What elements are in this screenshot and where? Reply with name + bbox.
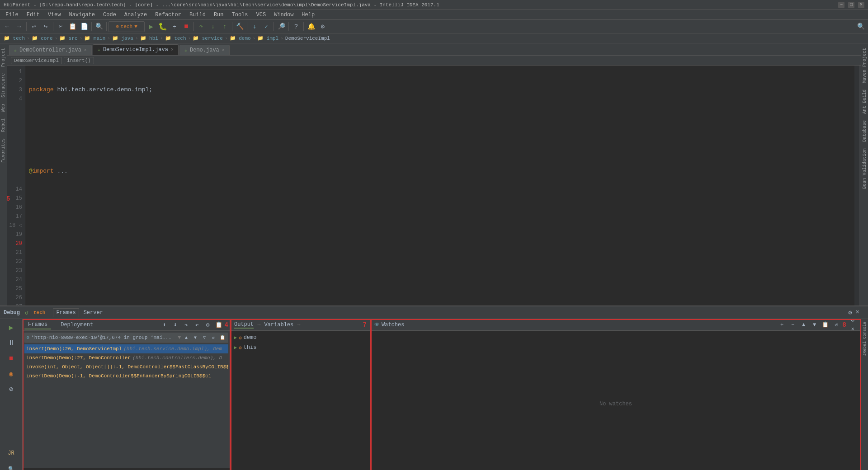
- favorites-panel-label[interactable]: Favorites: [0, 136, 7, 165]
- bc-main[interactable]: 📁 main: [84, 35, 105, 41]
- bc-hbi[interactable]: 📁 hbi: [140, 35, 158, 41]
- maximize-button[interactable]: □: [848, 2, 854, 8]
- var-item-this[interactable]: ▶ ⚙ this: [232, 343, 368, 352]
- step-over-button[interactable]: ↷: [196, 21, 207, 32]
- menu-refactor[interactable]: Refactor: [151, 11, 185, 19]
- menu-window[interactable]: Window: [270, 11, 297, 19]
- menu-run[interactable]: Run: [210, 11, 227, 19]
- watch-refresh-button[interactable]: ↺: [832, 320, 841, 329]
- menu-navigate[interactable]: Navigate: [65, 11, 99, 19]
- menu-analyze[interactable]: Analyze: [121, 11, 151, 19]
- debug-button[interactable]: 🐛: [157, 21, 168, 32]
- menu-vcs[interactable]: VCS: [253, 11, 270, 19]
- redo-button[interactable]: ↪: [40, 21, 51, 32]
- bc-core[interactable]: 📁 core: [32, 35, 53, 41]
- bc-service[interactable]: 📁 service: [193, 35, 223, 41]
- run-dropdown[interactable]: ⚙ tech ▼: [108, 21, 145, 32]
- frame-item-2[interactable]: invoke(int, Object, Object[]):-1, DemoCo…: [24, 362, 228, 371]
- editor-bc-class[interactable]: DemoServiceImpl: [11, 57, 62, 64]
- cut-button[interactable]: ✂: [55, 21, 66, 32]
- thread-expand[interactable]: ▼: [178, 335, 181, 340]
- menu-code[interactable]: Code: [99, 11, 120, 19]
- pause-button[interactable]: ⏸: [5, 336, 18, 350]
- deployment-tab[interactable]: Deployment: [57, 321, 97, 329]
- bc-src[interactable]: 📁 src: [59, 35, 77, 41]
- watch-copy-button[interactable]: 📋: [821, 320, 830, 329]
- run-button[interactable]: ▶: [146, 21, 156, 32]
- close-button[interactable]: ×: [858, 2, 864, 8]
- bc-file[interactable]: DemoServiceImpl: [285, 36, 330, 41]
- debug-server-tab[interactable]: Server: [81, 309, 106, 317]
- ant-build-label[interactable]: Ant Build: [861, 87, 868, 117]
- debug-restart-button[interactable]: ↺: [22, 308, 32, 318]
- notifications-button[interactable]: 🔔: [306, 21, 316, 32]
- thread-selector[interactable]: ⚙ *http-nio-8080-exec-10*@17,674 in grou…: [24, 333, 228, 343]
- thread-down[interactable]: ▼: [192, 334, 199, 341]
- watch-down-button[interactable]: ▼: [810, 320, 819, 329]
- code-editor[interactable]: 1 2 3 4 14 15 16 17 18 ◁ 19 20: [7, 66, 861, 306]
- web-panel-label[interactable]: Web: [0, 101, 7, 115]
- forward-button[interactable]: →: [14, 21, 24, 32]
- frame-item-3[interactable]: insertDemo(Demo):-1, DemoController$$Enh…: [24, 371, 228, 381]
- minimize-button[interactable]: −: [838, 2, 844, 8]
- tab-democontroller-close[interactable]: ×: [84, 48, 87, 53]
- paste-button[interactable]: 📄: [79, 21, 90, 32]
- debug-extra-1[interactable]: 🔍: [5, 462, 18, 470]
- tab-demoserviceimpl[interactable]: ☕ DemoServiceImpl.java ×: [93, 44, 179, 55]
- view-breakpoints-button[interactable]: ◉: [5, 367, 18, 381]
- menu-help[interactable]: Help: [298, 11, 318, 19]
- variables-tab[interactable]: Variables: [264, 322, 293, 328]
- find-usages-button[interactable]: 🔎: [276, 21, 287, 32]
- structure-panel-label[interactable]: Structure: [0, 70, 7, 100]
- database-label[interactable]: Database: [861, 118, 868, 145]
- frames-btn-4[interactable]: ↶: [192, 320, 202, 330]
- resume-button[interactable]: ▶: [5, 321, 18, 334]
- thread-filter[interactable]: ▽: [201, 334, 208, 341]
- vcs-commit-button[interactable]: ✓: [261, 21, 272, 32]
- jrebel-button[interactable]: JR: [5, 446, 18, 460]
- thread-restore[interactable]: ↺: [210, 334, 217, 341]
- menu-edit[interactable]: Edit: [23, 11, 43, 19]
- bean-validation-label[interactable]: Bean Validation: [861, 146, 868, 192]
- frames-btn-2[interactable]: ⬇: [170, 320, 180, 330]
- var-item-demo[interactable]: ▶ ⚙ demo: [232, 333, 368, 343]
- mute-breakpoints-button[interactable]: ⊘: [5, 382, 18, 396]
- watches-settings-button[interactable]: ⚙: [848, 319, 857, 325]
- frames-btn-5[interactable]: ⚙: [203, 320, 213, 330]
- menu-view[interactable]: View: [44, 11, 65, 19]
- help-button[interactable]: ?: [291, 21, 302, 32]
- code-content[interactable]: package hbi.tech.service.demo.impl; @imp…: [25, 66, 854, 306]
- undo-button[interactable]: ↩: [28, 21, 39, 32]
- tab-democontroller[interactable]: ☕ DemoController.java ×: [9, 45, 92, 55]
- bc-impl[interactable]: 📁 impl: [257, 35, 278, 41]
- watch-up-button[interactable]: ▲: [799, 320, 808, 329]
- vcs-update-button[interactable]: ⇣: [249, 21, 260, 32]
- debug-frames-tab[interactable]: Frames: [53, 308, 79, 317]
- back-button[interactable]: ←: [2, 21, 13, 32]
- jrebel-console-label[interactable]: JRebel Console: [862, 319, 868, 359]
- maven-project-label[interactable]: Maven Project: [861, 45, 868, 86]
- output-tab[interactable]: Output: [234, 321, 254, 329]
- editor-minimap[interactable]: [854, 66, 861, 306]
- var-expand-demo[interactable]: ▶: [234, 335, 237, 340]
- debug-close-button[interactable]: ×: [854, 308, 861, 317]
- settings-button[interactable]: ⚙: [317, 21, 328, 32]
- stop-button[interactable]: ■: [181, 21, 192, 32]
- bc-tech[interactable]: 📁 tech: [4, 35, 25, 41]
- rebel-panel-label[interactable]: Rebel: [0, 116, 7, 135]
- frame-item-1[interactable]: insertDemo(Demo):27, DemoController (hbi…: [24, 353, 228, 362]
- frames-btn-1[interactable]: ⬆: [160, 320, 170, 330]
- frame-item-0[interactable]: insert(Demo):20, DemoServiceImpl (hbi.te…: [24, 344, 228, 353]
- var-expand-this[interactable]: ▶: [234, 345, 237, 350]
- tab-demoserviceimpl-close[interactable]: ×: [171, 47, 174, 52]
- step-out-button[interactable]: ↑: [219, 21, 230, 32]
- thread-up[interactable]: ▲: [183, 334, 190, 341]
- bc-java[interactable]: 📁 java: [112, 35, 133, 41]
- debug-settings-button[interactable]: ⚙: [847, 308, 853, 317]
- tab-demo[interactable]: ☕ Demo.java ×: [179, 45, 230, 55]
- frames-tab[interactable]: Frames: [24, 320, 51, 329]
- build-button[interactable]: 🔨: [234, 21, 245, 32]
- frames-btn-6[interactable]: 📋: [214, 320, 224, 330]
- step-into-button[interactable]: ↓: [208, 21, 218, 32]
- watch-add-button[interactable]: +: [778, 320, 787, 329]
